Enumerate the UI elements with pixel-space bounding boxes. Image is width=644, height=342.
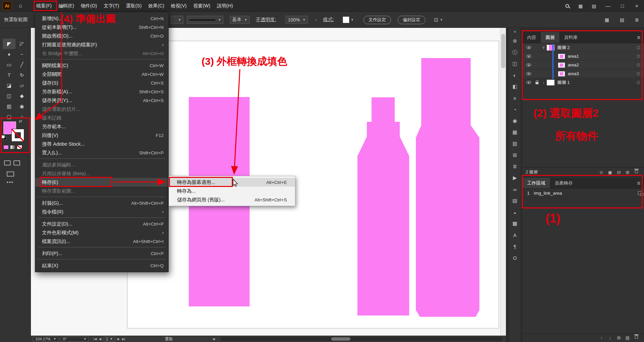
tool-button[interactable]: ◸	[15, 39, 28, 49]
file-menu-item[interactable]: 搜尋 Adobe Stock...	[35, 140, 168, 148]
next-artboard-icon[interactable]: ▶	[118, 337, 120, 341]
disclosure-icon[interactable]: ∨	[541, 45, 547, 50]
none-mode-button[interactable]	[17, 145, 22, 149]
color-panel-icon[interactable]: ◒	[509, 206, 521, 218]
properties-panel-icon[interactable]: ⊛	[509, 35, 521, 47]
vertical-scrollbar[interactable]	[500, 28, 506, 336]
tool-button[interactable]: ▱	[15, 80, 28, 91]
tool-button[interactable]: ◉	[15, 101, 28, 111]
locate-object-icon[interactable]: ⊙	[597, 170, 606, 175]
file-menu-item[interactable]: 另存新檔(A)... Shift+Ctrl+S	[35, 87, 168, 96]
file-menu-item[interactable]: 版本記錄	[35, 113, 168, 122]
collapse-panels-icon[interactable]: «	[514, 28, 516, 35]
file-menu-item[interactable]: 封裝(G)... Alt+Shift+Ctrl+P	[35, 199, 168, 207]
layer-row[interactable]: area2	[522, 61, 644, 69]
visibility-toggle[interactable]	[524, 81, 533, 84]
file-menu-item[interactable]: 置入(L)... Shift+Ctrl+P	[35, 148, 168, 157]
file-menu-item[interactable]: 轉存(E) ›	[35, 178, 168, 187]
app-logo[interactable]: Ai	[3, 1, 11, 10]
menubar-item[interactable]: 視窗(W)	[190, 0, 214, 11]
previous-artboard-icon[interactable]: ◀	[99, 337, 101, 341]
opacity-expand-icon[interactable]: ›	[315, 12, 317, 28]
first-artboard-icon[interactable]: |◀	[93, 337, 96, 341]
color-mode-button[interactable]	[3, 145, 9, 149]
submenu-item[interactable]: 轉存為...	[169, 187, 295, 195]
workflow-icon[interactable]: ▤	[620, 12, 624, 28]
target-circle-icon[interactable]	[637, 46, 640, 49]
tool-button[interactable]: ▥	[3, 101, 15, 111]
panel-tab[interactable]: 內容	[522, 32, 541, 43]
file-menu-item[interactable]: 新增(N)... Ctrl+N	[35, 14, 168, 23]
pattern-panel-icon[interactable]: ▦	[509, 127, 521, 138]
opacity-value-dropdown[interactable]: 100%▼	[286, 12, 308, 28]
layer-row[interactable]: ∨ 圖層 2	[522, 43, 644, 52]
rotation-dropdown[interactable]: 0°▼	[60, 337, 89, 342]
panel-grip[interactable]	[522, 28, 644, 32]
visibility-toggle[interactable]	[524, 72, 533, 75]
file-menu-item[interactable]: 邀請參與編輯...	[35, 160, 168, 169]
transparency-panel-icon[interactable]: ◔	[509, 104, 521, 115]
last-artboard-icon[interactable]: ▶|	[122, 337, 125, 341]
file-menu-item[interactable]: 結束(X) Ctrl+Q	[35, 261, 168, 270]
move-up-icon[interactable]: ↑	[597, 335, 606, 340]
swap-fill-stroke-icon[interactable]: ⇄	[19, 119, 22, 124]
zoom-level-dropdown[interactable]: 104.17%▼	[33, 337, 58, 342]
tool-button[interactable]: ◆	[15, 91, 28, 101]
stroke-weight-dropdown[interactable]: ▼	[171, 12, 183, 28]
file-menu-item[interactable]: 儲存拷貝(Y)... Alt+Ctrl+S	[35, 96, 168, 105]
visibility-toggle[interactable]	[524, 63, 533, 66]
panel-tab[interactable]: 圖層	[541, 32, 559, 43]
screen-mode-icon[interactable]	[7, 172, 14, 177]
tool-button[interactable]: ↻	[15, 70, 28, 80]
brush-definition-dropdown[interactable]: 基本▼	[230, 12, 250, 28]
menubar-item[interactable]: 選取(S)	[123, 0, 145, 11]
submenu-item[interactable]: 轉存為螢幕適用... Alt+Ctrl+E	[169, 178, 295, 187]
layer-row[interactable]: › 圖層 1	[522, 78, 644, 87]
file-menu-item[interactable]: 開啟舊檔(O)... Ctrl+O	[35, 32, 168, 40]
tool-button[interactable]: ♦	[3, 49, 15, 59]
new-layer-icon[interactable]: ⊞	[623, 170, 632, 175]
menubar-item[interactable]: 文字(T)	[100, 0, 123, 11]
file-menu-item[interactable]: 回復(V) F12	[35, 131, 168, 140]
target-circle-icon[interactable]	[637, 72, 640, 75]
menubar-item[interactable]: 物件(O)	[78, 0, 100, 11]
disclosure-icon[interactable]: ›	[541, 81, 547, 85]
actions-panel-icon[interactable]: ▶	[509, 172, 521, 184]
artboard-row[interactable]: 1 img_link_area	[522, 189, 644, 198]
arrange-icon[interactable]: ▦	[605, 12, 609, 28]
tool-button[interactable]: ╱	[15, 59, 28, 70]
artboard-name[interactable]: img_link_area	[534, 191, 562, 196]
layer-name[interactable]: area1	[568, 54, 579, 59]
close-button[interactable]: ×	[630, 0, 644, 12]
status-expand-icon[interactable]: ▶	[213, 337, 216, 341]
file-menu-item[interactable]: 列印(P)... Ctrl+P	[35, 249, 168, 258]
artboard-number-dropdown[interactable]: 1▼	[104, 337, 115, 341]
file-menu-item[interactable]: 打開最近使用過的檔案(F) ›	[35, 40, 168, 49]
preferences-button[interactable]: 偏好設定	[398, 12, 425, 28]
asset-export-panel-icon[interactable]: ▤	[509, 195, 521, 206]
vertical-scrollbar-thumb[interactable]	[501, 34, 505, 68]
menubar-item[interactable]: 編輯(E)	[55, 0, 78, 11]
file-menu-item[interactable]: 關閉檔案(C) Ctrl+W	[35, 61, 168, 70]
stroke-color-swatch[interactable]	[11, 129, 24, 142]
home-icon[interactable]: ⌂	[17, 3, 24, 9]
tool-button[interactable]: ◫	[3, 91, 15, 101]
file-menu-item[interactable]: 全部關閉 Alt+Ctrl+W	[35, 70, 168, 79]
links-panel-icon[interactable]: ∞	[509, 184, 521, 195]
opacity-label[interactable]: 不透明度:	[256, 12, 276, 28]
transform-panel-icon[interactable]: ⊞	[509, 149, 521, 161]
style-label[interactable]: 樣式:	[323, 12, 334, 28]
draw-normal-icon[interactable]	[4, 160, 11, 165]
gradient-mode-button[interactable]	[10, 145, 15, 149]
file-menu-item[interactable]: 從範本新增(T)... Shift+Ctrl+N	[35, 23, 168, 32]
stroke-profile-dropdown[interactable]: ▼	[187, 12, 223, 28]
panel-tab[interactable]: 工作區域	[522, 178, 550, 188]
tool-button[interactable]: ◪	[3, 80, 15, 91]
stroke-panel-icon[interactable]: ≡	[509, 92, 521, 104]
layer-row[interactable]: area3	[522, 69, 644, 78]
edit-toolbar-icon[interactable]: •••	[7, 180, 14, 185]
file-menu-item[interactable]: 儲存選取的切片...	[35, 105, 168, 113]
shape-bottle-large[interactable]	[416, 58, 479, 317]
character-panel-icon[interactable]: A	[509, 229, 521, 241]
layer-name[interactable]: 圖層 1	[557, 80, 570, 86]
